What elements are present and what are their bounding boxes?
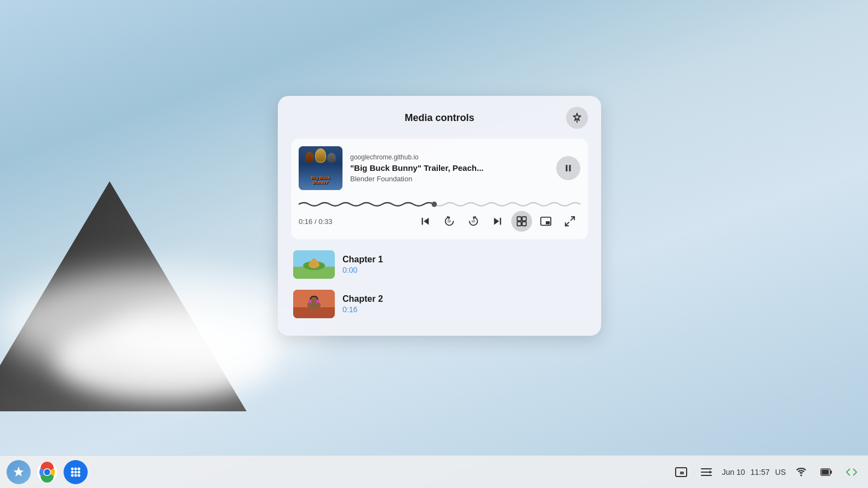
track-title: "Big Buck Bunny" Trailer, Peach... (350, 163, 549, 173)
svg-point-38 (78, 470, 81, 473)
svg-rect-2 (569, 165, 571, 171)
svg-rect-50 (822, 469, 829, 474)
svg-rect-5 (422, 218, 423, 225)
svg-rect-28 (316, 300, 319, 303)
now-playing-top: Big BuckBUNNY googlechrome.github.io "Bi… (299, 146, 580, 190)
svg-point-33 (71, 467, 74, 470)
chapter-2-name: Chapter 2 (342, 294, 586, 304)
svg-rect-11 (522, 217, 526, 221)
svg-rect-43 (680, 472, 684, 474)
svg-line-16 (571, 217, 574, 220)
skip-back-button[interactable] (415, 211, 436, 232)
album-art: Big BuckBUNNY (299, 146, 342, 190)
svg-rect-10 (517, 217, 521, 221)
svg-point-35 (78, 467, 81, 470)
date-display[interactable]: Jun 10 (722, 468, 745, 476)
battery-icon[interactable] (816, 462, 836, 482)
now-playing-card: Big BuckBUNNY googlechrome.github.io "Bi… (291, 139, 588, 239)
chapter-1-time: 0:00 (342, 266, 586, 274)
svg-line-17 (566, 222, 569, 226)
svg-point-3 (432, 202, 437, 207)
launcher-button[interactable] (7, 460, 31, 484)
svg-marker-4 (424, 218, 429, 225)
svg-point-36 (71, 470, 74, 473)
chapter-2-time: 0:16 (342, 305, 586, 314)
svg-point-37 (75, 470, 77, 473)
rewind-10-button[interactable]: 10 (439, 211, 460, 232)
svg-point-40 (75, 474, 77, 476)
queue-icon[interactable] (696, 462, 716, 482)
media-controls-panel: Media controls Big BuckBUNNY (278, 96, 601, 336)
svg-point-22 (311, 259, 317, 264)
pin-button[interactable] (566, 107, 588, 129)
chapter-1-name: Chapter 1 (342, 255, 586, 265)
chrome-icon[interactable] (35, 460, 59, 484)
taskbar-left (7, 460, 88, 484)
svg-rect-12 (517, 222, 521, 226)
apps-grid-button[interactable] (64, 460, 88, 484)
svg-rect-13 (522, 222, 526, 226)
time-display: 0:16 / 0:33 (299, 217, 332, 226)
panel-header: Media controls (291, 107, 588, 129)
locale-display: US (775, 468, 786, 476)
svg-rect-1 (566, 165, 568, 171)
playback-controls: 0:16 / 0:33 10 (299, 211, 580, 232)
track-source: googlechrome.github.io (350, 153, 549, 161)
chapter-item-1[interactable]: Chapter 1 0:00 (291, 246, 588, 283)
chapter-1-info: Chapter 1 0:00 (342, 255, 586, 274)
next-track-button[interactable] (487, 211, 508, 232)
dev-tools-icon[interactable] (842, 462, 861, 482)
chapter-2-thumbnail (293, 290, 335, 318)
svg-point-48 (800, 474, 802, 476)
taskbar-right: Jun 10 11:57 US (671, 462, 861, 482)
svg-rect-15 (546, 221, 550, 225)
wifi-icon[interactable] (791, 462, 811, 482)
forward-10-button[interactable]: 10 (463, 211, 484, 232)
progress-bar-container[interactable] (299, 198, 580, 209)
svg-text:10: 10 (447, 220, 450, 223)
cloud3 (110, 302, 274, 368)
panel-title: Media controls (313, 112, 566, 124)
chapter-1-thumbnail (293, 250, 335, 279)
chapter-list: Chapter 1 0:00 (291, 246, 588, 323)
chapters-button[interactable] (511, 211, 532, 232)
pip-button[interactable] (535, 211, 556, 232)
time-display-taskbar[interactable]: 11:57 (751, 468, 770, 476)
media-taskbar-icon[interactable] (671, 462, 691, 482)
taskbar: Jun 10 11:57 US (0, 455, 868, 488)
chapter-2-info: Chapter 2 0:16 (342, 294, 586, 314)
svg-rect-27 (309, 300, 312, 303)
svg-point-32 (44, 469, 50, 475)
pause-button[interactable] (556, 156, 580, 180)
chapter-item-2[interactable]: Chapter 2 0:16 (291, 285, 588, 323)
svg-rect-51 (831, 470, 832, 474)
track-info: googlechrome.github.io "Big Buck Bunny" … (350, 153, 549, 183)
track-artist: Blender Foundation (350, 175, 549, 183)
wavy-progress-svg (299, 198, 580, 211)
svg-marker-8 (494, 218, 499, 225)
svg-marker-47 (710, 470, 712, 474)
svg-point-34 (75, 467, 77, 470)
svg-point-41 (78, 474, 81, 476)
svg-rect-9 (500, 218, 501, 225)
svg-text:10: 10 (471, 220, 475, 223)
fullscreen-button[interactable] (559, 211, 580, 232)
svg-point-39 (71, 474, 74, 476)
